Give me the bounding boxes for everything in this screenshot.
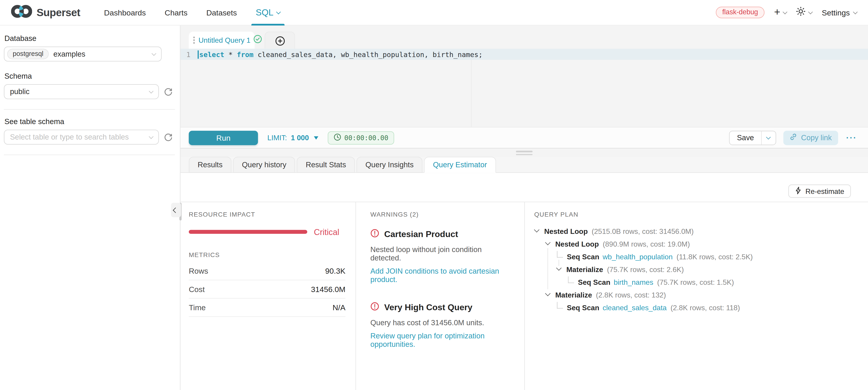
- table-select[interactable]: Select table or type to search tables: [4, 129, 159, 145]
- plan-node-name: Seq Scan: [578, 278, 611, 287]
- plan-node-name: Seq Scan: [567, 304, 599, 312]
- query-plan-column: QUERY PLAN Nested Loop(2515.0B rows, cos…: [525, 202, 868, 390]
- save-button[interactable]: Save: [730, 131, 762, 144]
- warning-icon: [370, 229, 379, 240]
- limit-value: 1 000: [291, 133, 309, 142]
- sql-keyword: select: [199, 50, 224, 59]
- tab-query-history[interactable]: Query history: [233, 157, 295, 173]
- chevron-down-icon: [276, 9, 281, 14]
- metric-label: Rows: [189, 266, 208, 275]
- expand-chevron-icon[interactable]: [545, 291, 551, 296]
- line-number: 1: [181, 49, 195, 60]
- table-select-placeholder: Select table or type to search tables: [10, 133, 129, 141]
- metric-label: Cost: [189, 285, 205, 294]
- metrics-header: METRICS: [189, 251, 345, 258]
- schema-label: Schema: [4, 72, 180, 81]
- plan-table-link[interactable]: birth_names: [614, 278, 653, 287]
- sql-editor-pane: Untitled Query 1 × 1: [181, 26, 868, 390]
- splitter-drag-handle[interactable]: [516, 151, 533, 155]
- metric-row-time: TimeN/A: [189, 299, 345, 317]
- nav-item-datasets[interactable]: Datasets: [197, 0, 246, 25]
- database-select[interactable]: postgresql examples: [4, 47, 162, 62]
- sql-code-editor[interactable]: 1 select * from cleaned_sales_data, wb_h…: [181, 49, 868, 127]
- sidebar-collapse-button[interactable]: [171, 203, 181, 217]
- tab-query-estimator[interactable]: Query Estimator: [424, 157, 496, 173]
- nav-sql-label: SQL: [256, 7, 273, 18]
- saved-check-icon: [254, 35, 262, 46]
- warning-head: Cartesian Product: [370, 229, 513, 240]
- metric-value: 90.3K: [325, 266, 345, 275]
- warning-action-link[interactable]: Review query plan for optimization oppor…: [370, 332, 513, 349]
- warning-cartesian-product: Cartesian ProductNested loop without joi…: [370, 229, 513, 283]
- new-item-dropdown[interactable]: +: [774, 8, 787, 17]
- plan-node-meta: (75.7K rows, cost: 1.5K): [657, 278, 734, 287]
- plan-table-link[interactable]: cleaned_sales_data: [602, 304, 666, 312]
- sql-code-line[interactable]: select * from cleaned_sales_data, wb_hea…: [197, 49, 483, 60]
- warning-title: Very High Cost Query: [384, 302, 472, 312]
- tab-results[interactable]: Results: [189, 157, 231, 173]
- impact-progress-bar: [189, 230, 307, 234]
- schema-select[interactable]: public: [4, 84, 159, 99]
- limit-dropdown[interactable]: LIMIT: 1 000: [267, 133, 318, 142]
- settings-dropdown[interactable]: Settings: [822, 8, 857, 17]
- more-options-button[interactable]: ···: [846, 133, 857, 142]
- print-margin-line: [471, 49, 471, 127]
- tree-connector-icon: [557, 251, 563, 258]
- nav-menu: DashboardsChartsDatasets: [95, 0, 246, 25]
- tree-connector-icon: [557, 302, 563, 308]
- tab-query-insights[interactable]: Query Insights: [356, 157, 423, 173]
- refresh-tables-icon[interactable]: [164, 133, 173, 142]
- new-query-tab-button[interactable]: [265, 32, 295, 49]
- superset-brand[interactable]: Superset: [11, 0, 81, 25]
- save-options-button[interactable]: [762, 131, 776, 144]
- expand-chevron-icon[interactable]: [556, 265, 562, 271]
- tab-result-stats[interactable]: Result Stats: [297, 157, 355, 173]
- query-timer: 00:00:00.00: [328, 131, 395, 144]
- refresh-schemas-icon[interactable]: [164, 87, 173, 96]
- warnings-column: WARNINGS (2) Cartesian ProductNested loo…: [356, 202, 525, 390]
- nav-item-charts[interactable]: Charts: [155, 0, 197, 25]
- theme-dropdown[interactable]: [796, 7, 812, 18]
- resource-impact-header: RESOURCE IMPACT: [189, 211, 345, 218]
- chevron-down-icon: [783, 9, 787, 14]
- warning-action-link[interactable]: Add JOIN conditions to avoid cartesian p…: [370, 267, 513, 283]
- plan-table-link[interactable]: wb_health_population: [602, 253, 673, 261]
- metric-label: Time: [189, 303, 206, 312]
- warning-icon: [370, 302, 379, 313]
- plan-node-meta: (2.8K rows, cost: 132): [596, 291, 666, 299]
- re-estimate-button[interactable]: Re-estimate: [788, 184, 851, 198]
- drag-handle-icon[interactable]: [193, 37, 195, 43]
- nav-item-dashboards[interactable]: Dashboards: [95, 0, 155, 25]
- navbar-right: flask-debug +: [716, 0, 857, 25]
- settings-label: Settings: [822, 8, 849, 17]
- query-tabs-strip: Untitled Query 1 ×: [181, 26, 868, 49]
- plan-node-meta: (11.8K rows, cost: 2.5K): [677, 253, 753, 261]
- top-navbar: Superset DashboardsChartsDatasets SQL fl…: [0, 0, 868, 26]
- expand-chevron-icon[interactable]: [545, 240, 551, 245]
- query-tab[interactable]: Untitled Query 1 ×: [189, 32, 255, 49]
- plan-node-nested-loop: Nested Loop(2515.0B rows, cost: 31456.0M…: [534, 225, 857, 238]
- metric-row-cost: Cost31456.0M: [189, 280, 345, 298]
- estimator-header: Re-estimate: [181, 173, 868, 202]
- nav-item-sql[interactable]: SQL: [246, 0, 286, 25]
- plan-node-materialize: Materialize(2.8K rows, cost: 132): [534, 289, 857, 301]
- run-button[interactable]: Run: [189, 130, 258, 145]
- lightning-icon: [795, 186, 802, 196]
- query-tab-title: Untitled Query 1: [198, 36, 250, 44]
- resource-impact-column: RESOURCE IMPACT Critical METRICS Rows90.…: [181, 202, 356, 390]
- sql-keyword: from: [237, 50, 253, 59]
- text-cursor: [197, 50, 199, 59]
- query-plan-tree: Nested Loop(2515.0B rows, cost: 31456.0M…: [534, 225, 857, 314]
- expand-chevron-icon[interactable]: [534, 227, 539, 233]
- plan-node-name: Seq Scan: [567, 253, 599, 261]
- plan-node-nested-loop: Nested Loop(890.9M rows, cost: 19.0M): [534, 238, 857, 250]
- query-plan-header: QUERY PLAN: [534, 211, 857, 218]
- sql-lab-page: Superset DashboardsChartsDatasets SQL fl…: [0, 0, 868, 390]
- warning-head: Very High Cost Query: [370, 302, 513, 313]
- plan-node-meta: (2.8K rows, cost: 118): [671, 304, 740, 312]
- link-icon: [789, 133, 797, 142]
- caret-down-icon: [314, 136, 318, 139]
- chevron-down-icon: [808, 9, 813, 14]
- copy-link-button[interactable]: Copy link: [783, 130, 838, 145]
- chevron-down-icon: [766, 134, 771, 139]
